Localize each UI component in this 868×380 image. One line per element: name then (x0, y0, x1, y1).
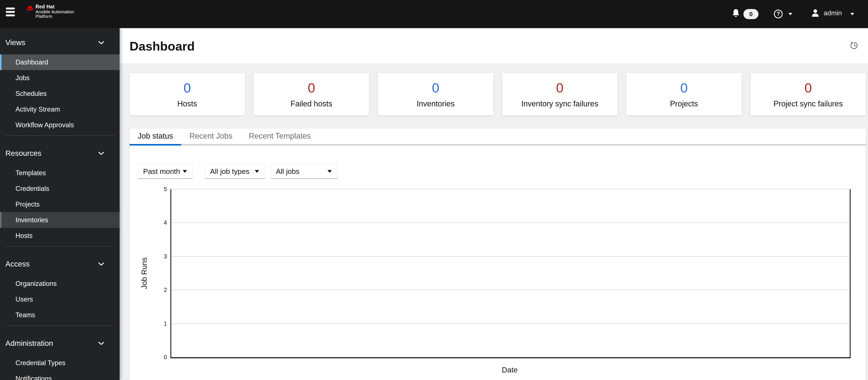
stat-label: Projects (670, 99, 698, 108)
nav-group-access[interactable]: Access (0, 257, 120, 271)
notifications-button[interactable] (731, 8, 741, 20)
nav-toggle-button[interactable] (6, 7, 15, 18)
nav-group-label: Administration (5, 339, 53, 348)
chart-y-tick-label: 3 (150, 253, 167, 260)
nav-section-views: ViewsDashboardJobsSchedulesActivity Stre… (0, 28, 120, 135)
stat-label: Inventory sync failures (521, 99, 598, 108)
filter-selected-value: Past month (143, 167, 180, 176)
stat-label: Hosts (177, 99, 197, 108)
filter-select-all-job-types[interactable]: All job types (205, 164, 265, 179)
user-name: admin (824, 9, 842, 17)
sidebar-item-activity-stream[interactable]: Activity Stream (0, 101, 120, 117)
chart-gridline (171, 323, 850, 324)
nav-section-resources: ResourcesTemplatesCredentialsProjectsInv… (0, 136, 120, 246)
filter-selected-value: All jobs (276, 167, 300, 176)
stat-card-project-sync-failures[interactable]: 0Project sync failures (750, 73, 866, 115)
masthead: Red Hat Ansible Automation Platform 0 ? (0, 0, 868, 28)
stat-label: Project sync failures (774, 99, 843, 108)
bell-icon (731, 8, 741, 19)
filter-selected-value: All job types (210, 167, 249, 176)
chart-y-tick-label: 2 (150, 286, 167, 293)
chevron-down-icon (98, 41, 104, 45)
chevron-down-icon (98, 263, 104, 267)
stat-card-inventory-sync-failures[interactable]: 0Inventory sync failures (502, 73, 618, 115)
nav-group-administration[interactable]: Administration (0, 337, 120, 350)
stat-value: 0 (308, 80, 315, 96)
stat-card-failed-hosts[interactable]: 0Failed hosts (254, 73, 369, 115)
user-menu-button[interactable]: admin (811, 8, 842, 18)
chart-gridline (171, 222, 850, 223)
stat-card-inventories[interactable]: 0Inventories (378, 73, 493, 115)
nav-group-views[interactable]: Views (0, 36, 120, 49)
sidebar-item-hosts[interactable]: Hosts (0, 228, 120, 244)
chart-y-tick-label: 4 (150, 219, 167, 226)
stat-value: 0 (184, 80, 191, 96)
sidebar-nav: ViewsDashboardJobsSchedulesActivity Stre… (0, 28, 120, 380)
filter-select-all-jobs[interactable]: All jobs (271, 164, 337, 179)
filter-select-past-month[interactable]: Past month (138, 164, 193, 179)
sidebar-item-schedules[interactable]: Schedules (0, 86, 120, 101)
history-button[interactable] (850, 41, 859, 50)
sidebar-item-notifications[interactable]: Notifications (0, 371, 120, 380)
sidebar-item-jobs[interactable]: Jobs (0, 70, 120, 86)
sidebar-item-teams[interactable]: Teams (0, 307, 120, 323)
filter-bar: Past monthAll job typesAll jobs (138, 164, 866, 179)
hamburger-icon (6, 7, 15, 9)
sidebar-item-templates[interactable]: Templates (0, 165, 120, 181)
tab-job-status[interactable]: Job status (129, 129, 181, 145)
sidebar-item-dashboard[interactable]: Dashboard (0, 55, 120, 70)
chart-gridline (171, 256, 850, 256)
tab-recent-templates[interactable]: Recent Templates (241, 129, 319, 145)
page-title: Dashboard (129, 39, 195, 53)
help-caret-icon[interactable] (788, 13, 792, 15)
chart-y-tick-label: 0 (150, 354, 167, 361)
page-header: Dashboard (120, 28, 868, 63)
tab-bar: Job statusRecent JobsRecent Templates (129, 129, 866, 145)
help-menu-button[interactable]: ? (773, 9, 783, 19)
notifications-count-badge: 0 (743, 9, 758, 19)
chevron-down-icon (98, 342, 104, 346)
brand-product-line2: Platform (35, 14, 74, 19)
stat-card-hosts[interactable]: 0Hosts (129, 73, 245, 115)
dropdown-caret-icon (255, 170, 259, 173)
history-icon (850, 41, 859, 50)
chart-y-tick-label: 5 (150, 186, 167, 193)
stat-label: Failed hosts (290, 99, 332, 108)
nav-group-label: Resources (5, 149, 41, 158)
sidebar-item-users[interactable]: Users (0, 291, 120, 307)
nav-group-label: Views (5, 38, 25, 47)
sidebar-item-inventories[interactable]: Inventories (0, 212, 120, 228)
brand-name: Red Hat (35, 4, 74, 9)
nav-group-resources[interactable]: Resources (0, 147, 120, 160)
dropdown-caret-icon (183, 170, 187, 173)
chevron-down-icon (98, 152, 104, 156)
sidebar-item-projects[interactable]: Projects (0, 197, 120, 212)
user-caret-icon[interactable] (850, 13, 854, 15)
chart-y-tick-label: 1 (150, 320, 167, 327)
chart-plot-area (170, 189, 850, 358)
svg-text:?: ? (777, 11, 780, 17)
sidebar-item-organizations[interactable]: Organizations (0, 276, 120, 291)
brand-logo: Red Hat Ansible Automation Platform (26, 4, 74, 19)
dropdown-caret-icon (328, 170, 332, 173)
jobs-panel: Job statusRecent JobsRecent Templates Pa… (129, 129, 866, 380)
stat-value: 0 (680, 80, 688, 96)
sidebar-item-credential-types[interactable]: Credential Types (0, 355, 120, 371)
stat-value: 0 (805, 80, 812, 96)
summary-cards: 0Hosts0Failed hosts0Inventories0Inventor… (129, 73, 866, 115)
nav-group-label: Access (5, 260, 30, 268)
chart-y-axis-title: Job Runs (140, 241, 149, 305)
stat-value: 0 (432, 80, 439, 96)
red-hat-icon (26, 5, 34, 11)
nav-section-administration: AdministrationCredential TypesNotificati… (0, 326, 120, 380)
nav-section-access: AccessOrganizationsUsersTeams (0, 246, 120, 325)
tab-recent-jobs[interactable]: Recent Jobs (181, 129, 241, 145)
sidebar-item-workflow-approvals[interactable]: Workflow Approvals (0, 117, 120, 133)
stat-label: Inventories (416, 99, 455, 108)
stat-card-projects[interactable]: 0Projects (626, 73, 742, 115)
sidebar-item-credentials[interactable]: Credentials (0, 181, 120, 197)
user-icon (811, 8, 820, 18)
chart-gridline (171, 290, 850, 290)
chart-x-axis-title: Date (477, 366, 542, 374)
question-circle-icon: ? (773, 9, 783, 19)
